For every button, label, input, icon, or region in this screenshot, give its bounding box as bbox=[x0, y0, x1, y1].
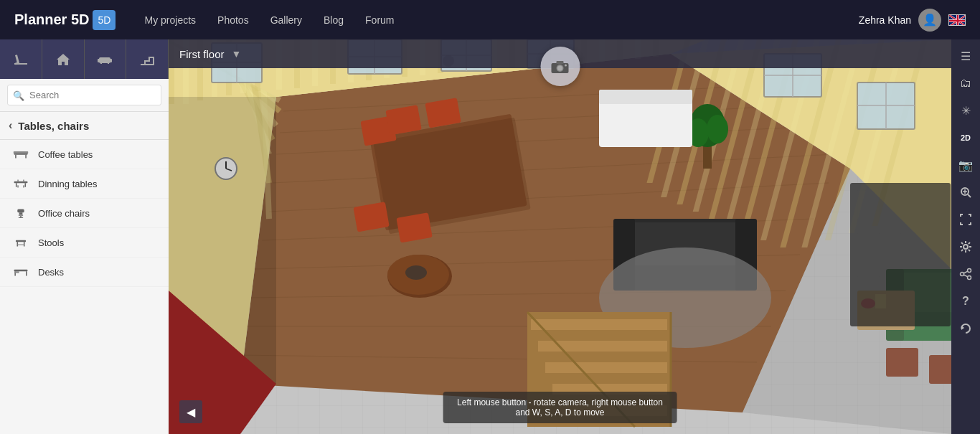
nav-gallery[interactable]: Gallery bbox=[270, 14, 302, 26]
search-box: 🔍 bbox=[0, 79, 169, 112]
tooltip-line1: Left mouse button - rotate camera, right… bbox=[457, 397, 663, 407]
nav-right: Zehra Khan 👤 bbox=[859, 9, 966, 32]
screenshot-button[interactable] bbox=[540, 47, 580, 86]
dinning-table-icon bbox=[11, 176, 31, 191]
stairs-icon bbox=[139, 52, 155, 67]
tooltip-bar: Left mouse button - rotate camera, right… bbox=[443, 392, 677, 423]
sofa-icon bbox=[97, 52, 113, 67]
share-icon bbox=[959, 268, 972, 280]
list-item[interactable]: Office chairs bbox=[0, 199, 169, 228]
svg-marker-4 bbox=[57, 54, 70, 65]
svg-point-172 bbox=[557, 65, 562, 70]
floor-dropdown-arrow: ▼ bbox=[232, 48, 242, 60]
folder-icon: 🗂 bbox=[960, 77, 971, 90]
screenshot-panel-btn[interactable]: 📷 bbox=[952, 152, 979, 178]
nav-photos[interactable]: Photos bbox=[217, 14, 249, 26]
category-header[interactable]: ‹ Tables, chairs bbox=[0, 112, 169, 140]
tooltip-line2: and W, S, A, D to move bbox=[457, 407, 663, 418]
camera-panel-icon: 📷 bbox=[958, 159, 973, 172]
list-item[interactable]: Desks bbox=[0, 258, 169, 287]
menu-items: Coffee tables Dinning tables bbox=[0, 140, 169, 434]
svg-point-179 bbox=[963, 245, 968, 249]
effects-btn[interactable]: ✳ bbox=[952, 98, 979, 123]
svg-rect-22 bbox=[19, 212, 23, 214]
logo[interactable]: Planner 5D 5D bbox=[14, 10, 116, 30]
logo-text: Planner 5D bbox=[14, 11, 89, 28]
svg-rect-8 bbox=[100, 62, 102, 64]
sidebar-toolbar bbox=[0, 39, 169, 79]
scene-container: Left mouse button - rotate camera, right… bbox=[169, 39, 951, 434]
svg-rect-23 bbox=[19, 214, 23, 216]
zoom-icon bbox=[959, 186, 972, 199]
search-input[interactable] bbox=[7, 85, 161, 105]
list-item[interactable]: Dinning tables bbox=[0, 169, 169, 199]
svg-point-180 bbox=[968, 269, 971, 273]
top-navigation: Planner 5D 5D My projects Photos Gallery… bbox=[0, 0, 980, 39]
nav-blog[interactable]: Blog bbox=[324, 14, 344, 26]
settings-btn[interactable] bbox=[952, 234, 979, 260]
back-arrow-icon: ‹ bbox=[9, 119, 12, 132]
fullscreen-icon bbox=[959, 213, 972, 226]
svg-rect-14 bbox=[14, 181, 28, 183]
svg-rect-17 bbox=[17, 180, 19, 182]
office-chair-icon bbox=[11, 206, 31, 220]
undo-btn[interactable] bbox=[952, 316, 979, 341]
home-icon bbox=[55, 52, 71, 67]
furniture-btn[interactable] bbox=[85, 39, 127, 79]
main-view[interactable]: Left mouse button - rotate camera, right… bbox=[169, 39, 951, 434]
coffee-table-icon bbox=[11, 147, 31, 161]
svg-line-176 bbox=[968, 194, 971, 197]
share-btn[interactable] bbox=[952, 261, 979, 287]
user-name: Zehra Khan bbox=[859, 14, 911, 26]
svg-rect-15 bbox=[16, 183, 17, 187]
svg-rect-26 bbox=[16, 240, 26, 242]
svg-rect-20 bbox=[23, 185, 24, 187]
svg-rect-11 bbox=[15, 155, 17, 159]
svg-rect-9 bbox=[108, 62, 109, 64]
svg-line-184 bbox=[963, 275, 967, 277]
svg-rect-21 bbox=[17, 209, 24, 213]
svg-rect-19 bbox=[17, 185, 19, 187]
help-btn[interactable]: ? bbox=[952, 288, 979, 314]
camera-icon bbox=[550, 59, 570, 75]
nav-forum[interactable]: Forum bbox=[365, 14, 394, 26]
list-item[interactable]: Stools bbox=[0, 228, 169, 258]
nav-arrow-left[interactable]: ◀ bbox=[179, 400, 202, 423]
svg-rect-153 bbox=[542, 352, 667, 362]
zoom-search-btn[interactable] bbox=[952, 179, 979, 205]
open-file-btn[interactable]: 🗂 bbox=[952, 70, 979, 96]
undo-icon bbox=[959, 322, 972, 335]
right-panel: ☰ 🗂 ✳ 2D 📷 bbox=[951, 39, 980, 434]
draw-room-btn[interactable] bbox=[0, 39, 42, 79]
svg-rect-13 bbox=[14, 151, 28, 154]
language-flag[interactable] bbox=[948, 14, 966, 26]
dinning-tables-label: Dinning tables bbox=[38, 179, 97, 189]
office-chairs-label: Office chairs bbox=[38, 208, 90, 219]
list-item[interactable]: Coffee tables bbox=[0, 140, 169, 169]
nav-my-projects[interactable]: My projects bbox=[144, 14, 196, 26]
svg-point-137 bbox=[707, 115, 728, 143]
search-icon: 🔍 bbox=[13, 90, 24, 100]
svg-rect-168 bbox=[850, 183, 951, 326]
svg-point-128 bbox=[405, 265, 427, 280]
hamburger-menu-btn[interactable]: ☰ bbox=[952, 43, 979, 69]
svg-rect-18 bbox=[23, 180, 24, 182]
stairs-btn[interactable] bbox=[126, 39, 169, 79]
svg-rect-2 bbox=[15, 55, 19, 63]
2d-label: 2D bbox=[961, 133, 971, 142]
home-btn[interactable] bbox=[42, 39, 85, 79]
arrow-left-icon: ◀ bbox=[187, 405, 195, 419]
svg-rect-150 bbox=[531, 319, 667, 330]
desks-label: Desks bbox=[38, 267, 64, 278]
category-title: Tables, chairs bbox=[18, 120, 89, 132]
fullscreen-btn[interactable] bbox=[952, 207, 979, 232]
svg-rect-6 bbox=[98, 59, 100, 62]
asterisk-icon: ✳ bbox=[961, 104, 971, 118]
2d-view-btn[interactable]: 2D bbox=[952, 125, 979, 151]
svg-rect-173 bbox=[557, 61, 564, 64]
pencil-icon bbox=[13, 52, 29, 67]
sidebar: 🔍 ‹ Tables, chairs Coffee tables bbox=[0, 39, 169, 434]
desk-icon bbox=[11, 265, 31, 279]
user-avatar[interactable]: 👤 bbox=[918, 9, 941, 32]
svg-point-181 bbox=[961, 273, 964, 276]
